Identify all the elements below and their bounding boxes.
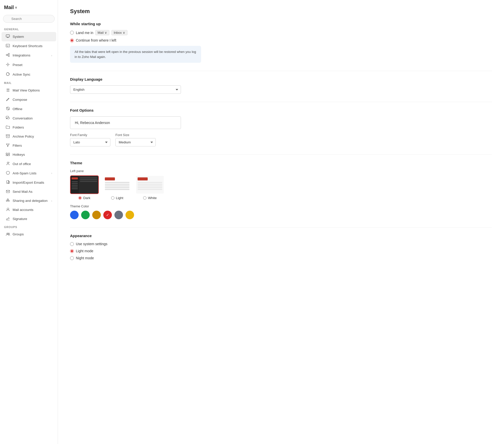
font-size-group: Font Size Medium [115,133,156,146]
color-swatch-yellow[interactable] [125,211,134,219]
divider-4 [70,227,492,228]
mail-dropdown-chevron: ∨ [105,31,107,35]
sidebar-item-conversation[interactable]: Conversation [2,114,56,123]
mail-accounts-icon [6,208,10,212]
mail-dropdown[interactable]: Mail ∨ [95,30,109,35]
sidebar-item-compose[interactable]: Compose [2,95,56,104]
sidebar-item-system[interactable]: System [2,32,56,41]
svg-rect-29 [6,153,7,154]
sidebar-item-active-sync[interactable]: Active Sync [2,70,56,79]
light-theme-label[interactable]: Light [111,196,123,200]
color-swatch-gray[interactable] [114,211,123,219]
white-theme-label[interactable]: White [143,196,157,200]
sidebar-item-archive-policy[interactable]: Archive Policy [2,132,56,141]
sidebar-item-folders[interactable]: Folders [2,123,56,132]
sidebar-item-out-of-office[interactable]: Out of office [2,159,56,168]
appearance-night-radio[interactable] [70,256,74,260]
sidebar-item-archive-policy-label: Archive Policy [13,135,52,138]
offline-icon [6,107,10,111]
active-sync-icon [6,72,10,77]
font-row: Font Family Lato Font Size Medium [70,133,492,146]
section-title-font: Font Options [70,108,492,112]
color-swatches [70,211,492,219]
theme-card-light[interactable]: Light [103,175,132,200]
sidebar-item-mail-view-options[interactable]: ☰ Mail View Options [2,86,56,95]
svg-rect-3 [6,44,10,47]
compose-icon [6,97,10,102]
sidebar-item-import-export[interactable]: Import/Export Emails [2,178,56,187]
sidebar-item-out-of-office-label: Out of office [13,162,52,166]
dark-theme-label[interactable]: Dark [78,196,90,200]
white-line-2 [138,184,162,185]
font-family-select[interactable]: Lato [70,138,110,146]
light-line-4 [105,187,130,188]
land-me-in-radio[interactable] [70,31,74,35]
appearance-night-label: Night mode [76,256,94,260]
svg-line-14 [7,54,8,55]
section-label-general: GENERAL [0,26,58,32]
theme-card-dark[interactable]: Dark [70,175,99,200]
light-line-1 [105,182,130,183]
white-line-4 [138,187,162,188]
sidebar-item-groups[interactable]: Groups [2,230,56,239]
white-theme-radio[interactable] [143,196,146,200]
light-header-bar [105,177,115,180]
light-lines [103,181,131,191]
section-label-mail: MAIL [0,79,58,85]
sidebar-item-filters[interactable]: Filters [2,141,56,150]
main-content: System While starting up Land me in Mail… [58,0,504,444]
svg-line-15 [7,55,8,56]
white-theme-text: White [148,196,157,200]
search-input[interactable] [3,15,55,23]
dark-line-1 [72,181,78,182]
keyboard-icon [6,44,10,48]
sidebar-item-anti-spam[interactable]: Anti-Spam Lists › [2,169,56,178]
svg-rect-35 [7,181,9,183]
sidebar-item-keyboard-shortcuts[interactable]: Keyboard Shortcuts [2,42,56,50]
startup-info-box: All the tabs that were left open in the … [70,46,201,63]
inbox-dropdown[interactable]: Inbox ∨ [111,30,128,35]
sidebar-item-mail-accounts[interactable]: Mail accounts [2,205,56,214]
svg-line-34 [9,162,9,163]
color-swatch-yellow-dark[interactable] [92,211,101,219]
sidebar-item-sharing-delegation[interactable]: Sharing and delegation › [2,196,56,205]
light-theme-radio[interactable] [111,196,114,200]
hotkeys-icon [6,152,10,157]
sidebar-item-hotkeys[interactable]: Hotkeys [2,150,56,159]
language-select[interactable]: English [70,85,181,94]
svg-point-13 [8,55,10,57]
theme-card-white[interactable]: White [136,175,164,200]
section-title-theme: Theme [70,161,492,165]
sidebar-item-send-mail-as[interactable]: Send Mail As [2,187,56,196]
svg-rect-0 [6,35,10,37]
import-export-icon [6,180,10,185]
appearance-system-radio[interactable] [70,242,74,246]
font-size-select[interactable]: Medium [115,138,156,146]
color-swatch-green[interactable] [81,211,90,219]
theme-light-preview [103,176,131,194]
white-line-5 [138,189,162,190]
sidebar-item-preset[interactable]: Preset [2,60,56,70]
dark-content-strip [79,176,98,194]
svg-point-50 [8,233,9,234]
color-swatch-blue[interactable] [70,211,79,219]
sidebar-item-offline[interactable]: Offline [2,104,56,113]
theme-options: Dark [70,175,492,200]
sidebar-item-integrations-label: Integrations [13,53,49,57]
dark-sidebar-strip [71,176,79,194]
sidebar-item-sharing-delegation-label: Sharing and delegation [13,199,49,203]
sidebar-item-signature[interactable]: Signature [2,214,56,223]
dark-line-3 [72,185,78,186]
app-title[interactable]: Mail ∨ [4,5,54,10]
appearance-light-radio[interactable] [70,249,74,253]
svg-point-49 [7,233,8,234]
continue-from-radio[interactable] [70,39,74,42]
dark-theme-radio[interactable] [78,196,82,200]
app-title-chevron: ∨ [15,6,17,9]
integrations-chevron-icon: › [51,54,52,57]
continue-from-row: Continue from where I left [70,38,492,42]
appearance-light-label: Light mode [76,249,93,253]
sidebar-item-integrations[interactable]: Integrations › [2,51,56,60]
svg-rect-32 [8,155,10,156]
color-swatch-red[interactable] [103,211,112,219]
